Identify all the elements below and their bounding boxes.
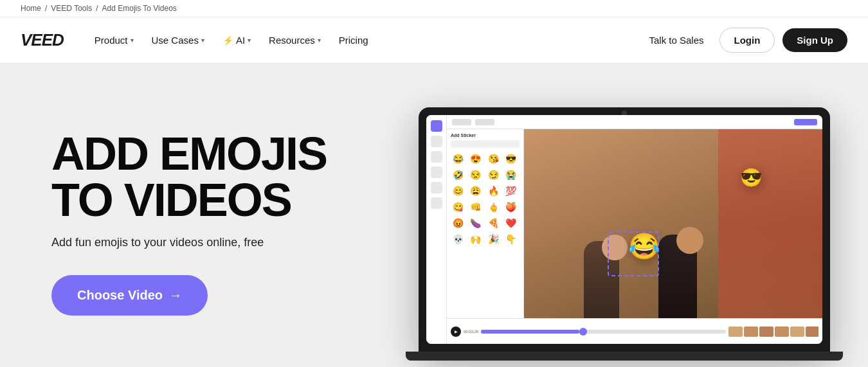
chevron-down-icon: ▾	[131, 37, 134, 44]
editor-content-area: Add Sticker 😂 😍 😘 😎 🤣 😒	[447, 129, 822, 318]
editor-toolbar	[447, 115, 822, 129]
sticker-rofl[interactable]: 🤣	[451, 168, 465, 182]
nav-links: Product ▾ Use Cases ▾ ⚡ AI ▾ Resources ▾…	[87, 30, 642, 51]
editor-ui: Add Sticker 😂 😍 😘 😎 🤣 😒	[426, 115, 822, 344]
bolt-icon: ⚡	[222, 35, 233, 46]
laptop-base	[406, 352, 843, 361]
nav-resources-label: Resources	[269, 35, 315, 46]
sticker-yum[interactable]: 😋	[451, 200, 465, 214]
toolbar-publish-btn	[794, 119, 817, 125]
nav-product[interactable]: Product ▾	[87, 30, 141, 51]
sticker-unamused[interactable]: 😒	[469, 168, 483, 182]
chevron-down-icon: ▾	[318, 37, 321, 44]
sticker-smile[interactable]: 😊	[451, 184, 465, 198]
login-button[interactable]: Login	[719, 28, 775, 53]
laptop-mockup: Add Sticker 😂 😍 😘 😎 🤣 😒	[419, 94, 830, 352]
sticker-grid: 😂 😍 😘 😎 🤣 😒 😏 😭 😊	[451, 152, 520, 246]
navbar: VEED Product ▾ Use Cases ▾ ⚡ AI ▾ Resour…	[0, 17, 868, 64]
nav-pricing-label: Pricing	[339, 35, 368, 46]
nav-ai[interactable]: ⚡ AI ▾	[215, 30, 258, 51]
sticker-heart-eyes[interactable]: 😍	[469, 152, 483, 166]
hero-section: ADD EMOJIS TO VIDEOS Add fun emojis to y…	[0, 64, 868, 367]
sidebar-icon-6	[431, 197, 442, 209]
arrow-icon: →	[169, 288, 182, 303]
hero-left: ADD EMOJIS TO VIDEOS Add fun emojis to y…	[51, 130, 373, 316]
filmstrip-frame	[806, 327, 818, 337]
signup-button[interactable]: Sign Up	[782, 28, 847, 52]
choose-video-button[interactable]: Choose Video →	[51, 275, 208, 316]
sidebar-icon-4	[431, 166, 442, 178]
nav-product-label: Product	[95, 35, 128, 46]
breadcrumb-veed-tools[interactable]: VEED Tools	[51, 4, 92, 13]
nav-right: Talk to Sales Login Sign Up	[641, 28, 847, 53]
nav-use-cases-label: Use Cases	[152, 35, 199, 46]
chevron-down-icon: ▾	[248, 37, 251, 44]
sticker-hands[interactable]: 🙌	[469, 232, 483, 246]
sticker-smirk[interactable]: 😏	[486, 168, 500, 182]
sticker-peach[interactable]: 🍑	[504, 200, 518, 214]
toolbar-element-2	[475, 119, 494, 125]
sticker-cry[interactable]: 😭	[504, 168, 518, 182]
laptop-screen: Add Sticker 😂 😍 😘 😎 🤣 😒	[426, 115, 822, 344]
selection-box	[608, 231, 659, 276]
filmstrip-frame	[790, 327, 804, 337]
sticker-fist[interactable]: 👊	[469, 200, 483, 214]
editor-timeline: ▶ 00:02:25	[447, 318, 822, 344]
breadcrumb-sep-1: /	[45, 4, 47, 13]
editor-main: Add Sticker 😂 😍 😘 😎 🤣 😒	[447, 115, 822, 344]
sidebar-icon-2	[431, 136, 442, 147]
sticker-angry[interactable]: 😡	[451, 216, 465, 230]
chevron-down-icon: ▾	[201, 37, 204, 44]
breadcrumb-current: Add Emojis To Videos	[102, 4, 177, 13]
filmstrip-frame	[744, 327, 758, 337]
laptop-body: Add Sticker 😂 😍 😘 😎 🤣 😒	[419, 107, 830, 352]
sticker-pizza[interactable]: 🍕	[486, 216, 500, 230]
sidebar-icon-5	[431, 182, 442, 193]
sticker-panel-title: Add Sticker	[451, 133, 520, 138]
sidebar-icon-3	[431, 151, 442, 163]
nav-pricing[interactable]: Pricing	[331, 30, 376, 51]
timeline-scrubber[interactable]	[481, 330, 726, 334]
hero-subtitle: Add fun emojis to your videos online, fr…	[51, 236, 373, 249]
video-preview: 😎 😂	[524, 129, 822, 318]
toolbar-element-1	[452, 119, 471, 125]
cta-label: Choose Video	[77, 288, 163, 303]
sticker-eggplant[interactable]: 🍆	[469, 216, 483, 230]
sticker-kiss[interactable]: 😘	[486, 152, 500, 166]
timecode: 00:02:25	[464, 330, 478, 334]
sticker-search-bar[interactable]	[451, 140, 520, 148]
sticker-weary[interactable]: 😩	[469, 184, 483, 198]
breadcrumb-sep-2: /	[96, 4, 98, 13]
editor-sidebar	[426, 115, 447, 344]
breadcrumb-home[interactable]: Home	[21, 4, 41, 13]
timeline-progress	[481, 330, 579, 334]
floating-emoji-sunglasses: 😎	[740, 167, 763, 188]
sticker-panel: Add Sticker 😂 😍 😘 😎 🤣 😒	[447, 129, 524, 318]
sticker-100[interactable]: 💯	[504, 184, 518, 198]
sidebar-icon-1	[431, 120, 442, 132]
filmstrip-frame	[728, 327, 743, 337]
timeline-playhead[interactable]	[579, 328, 587, 336]
play-button[interactable]: ▶	[451, 327, 461, 337]
filmstrip-frame	[759, 327, 773, 337]
talk-to-sales-link[interactable]: Talk to Sales	[641, 30, 711, 51]
hero-title: ADD EMOJIS TO VIDEOS	[51, 130, 373, 223]
filmstrip	[728, 327, 818, 337]
sticker-skull[interactable]: 💀	[451, 232, 465, 246]
logo[interactable]: VEED	[21, 30, 64, 50]
nav-resources[interactable]: Resources ▾	[261, 30, 329, 51]
sticker-point[interactable]: 👇	[504, 232, 518, 246]
filmstrip-frame	[775, 327, 789, 337]
video-frame	[524, 129, 822, 318]
sticker-party[interactable]: 🎉	[486, 232, 500, 246]
breadcrumb: Home / VEED Tools / Add Emojis To Videos	[0, 0, 868, 17]
nav-use-cases[interactable]: Use Cases ▾	[144, 30, 212, 51]
hero-right: Add Sticker 😂 😍 😘 😎 🤣 😒	[411, 94, 837, 352]
sticker-heart[interactable]: ❤️	[504, 216, 518, 230]
sticker-fire[interactable]: 🔥	[486, 184, 500, 198]
nav-ai-label: AI	[236, 35, 245, 46]
sticker-laughing[interactable]: 😂	[451, 152, 465, 166]
sticker-sunglasses[interactable]: 😎	[504, 152, 518, 166]
sticker-middle[interactable]: 🖕	[486, 200, 500, 214]
